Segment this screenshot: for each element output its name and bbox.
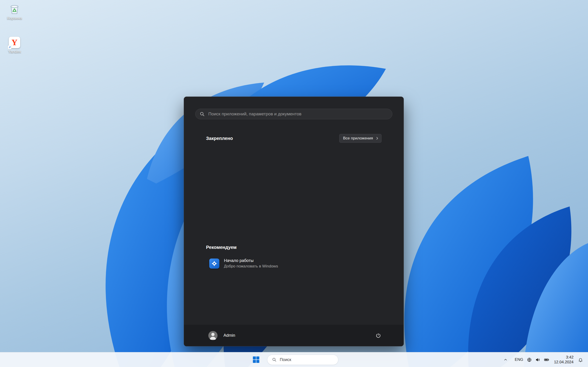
language-indicator[interactable]: ENG [513, 355, 525, 365]
user-name-label: Admin [224, 333, 235, 338]
desktop-icon-label: Yandex [8, 50, 21, 54]
start-menu-content: Закреплено Все приложения Рекомендуем [184, 119, 404, 325]
clock-time: 3:42 [566, 355, 573, 360]
search-icon [199, 111, 205, 117]
taskbar-search-box[interactable]: Поиск [267, 355, 338, 365]
desktop-icon-yandex[interactable]: Y ↗ Yandex [2, 36, 27, 54]
network-button[interactable] [525, 355, 534, 365]
clock[interactable]: 3:42 12.04.2024 [551, 355, 576, 365]
clock-date: 12.04.2024 [554, 360, 573, 365]
system-tray: ENG [502, 352, 588, 367]
recommended-item-subtitle: Добро пожаловать в Windows [224, 264, 278, 269]
all-apps-label: Все приложения [343, 136, 373, 141]
recycle-bin-icon [8, 3, 21, 15]
get-started-app-icon [209, 259, 219, 269]
recommended-section-header: Рекомендуем [206, 245, 381, 250]
speaker-icon [536, 357, 540, 362]
yandex-browser-icon: Y ↗ [8, 36, 21, 49]
taskbar: Поиск ENG [0, 352, 588, 367]
taskbar-search-label: Поиск [280, 357, 291, 362]
start-button[interactable] [250, 354, 262, 366]
desktop: Корзина Y ↗ Yandex Закреплено Все прилож… [0, 0, 588, 367]
recommended-item-title: Начало работы [224, 258, 278, 263]
start-search [195, 109, 392, 119]
shortcut-arrow-icon: ↗ [8, 45, 11, 49]
globe-network-icon [527, 357, 532, 362]
volume-button[interactable] [534, 355, 542, 365]
desktop-icon-label: Корзина [7, 16, 22, 21]
start-menu: Закреплено Все приложения Рекомендуем [184, 97, 404, 346]
user-account-button[interactable]: Admin [206, 329, 237, 342]
notification-bell-icon [578, 357, 583, 362]
tray-overflow-button[interactable] [502, 355, 510, 365]
windows-logo-icon [253, 357, 259, 363]
start-menu-footer: Admin [184, 325, 404, 346]
battery-icon [544, 357, 549, 362]
desktop-icon-recycle-bin[interactable]: Корзина [2, 3, 27, 21]
notifications-button[interactable] [576, 355, 585, 365]
power-button[interactable] [373, 331, 383, 341]
all-apps-button[interactable]: Все приложения [339, 134, 381, 143]
user-avatar [208, 331, 217, 340]
recommended-item-get-started[interactable]: Начало работы Добро пожаловать в Windows [206, 256, 326, 271]
chevron-up-icon [503, 358, 508, 362]
chevron-right-icon [375, 136, 379, 140]
battery-button[interactable] [542, 355, 551, 365]
language-label: ENG [515, 357, 523, 362]
yandex-letter: Y [11, 38, 17, 47]
pinned-section-header: Закреплено [206, 136, 233, 141]
power-icon [376, 333, 381, 338]
search-icon [272, 357, 277, 362]
pinned-apps-grid [206, 143, 381, 245]
start-search-input[interactable] [195, 109, 392, 119]
